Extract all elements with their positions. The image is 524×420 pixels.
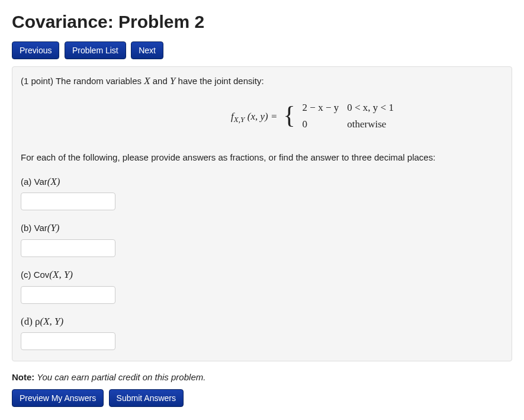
answer-input-c[interactable]	[21, 286, 115, 304]
part-d-text: (d) ρ	[21, 316, 40, 327]
eq-case1-expr: 2 − x − y	[303, 102, 339, 113]
problem-intro: (1 point) The random variables X and Y h…	[21, 74, 503, 89]
intro-text-2: and	[150, 76, 170, 86]
previous-button[interactable]: Previous	[12, 41, 59, 59]
eq-case1-cond: 0 < x, y < 1	[347, 102, 394, 113]
submit-answers-button[interactable]: Submit Answers	[109, 389, 184, 407]
part-a-text: (a) Var	[21, 177, 47, 187]
answer-input-b[interactable]	[21, 239, 115, 257]
nav-row: Previous Problem List Next	[12, 41, 512, 59]
preview-answers-button[interactable]: Preview My Answers	[12, 389, 104, 407]
part-d-label: (d) ρ(X, Y)	[21, 315, 503, 329]
part-c-arg: (X, Y)	[49, 269, 73, 280]
answer-input-a[interactable]	[21, 193, 115, 210]
note-prefix: Note:	[12, 372, 34, 382]
eq-subscript: X,Y	[234, 115, 245, 124]
note-row: Note: You can earn partial credit on thi…	[12, 372, 512, 382]
next-button[interactable]: Next	[131, 41, 163, 59]
density-equation: fX,Y (x, y) = { 2 − x − y 0 < x, y < 1 0…	[21, 100, 503, 133]
eq-case2-cond: otherwise	[347, 118, 386, 130]
variable-x: X	[144, 75, 150, 86]
part-b-label: (b) Var(Y)	[21, 221, 503, 236]
part-a-label: (a) Var(X)	[21, 175, 503, 190]
page-title: Covariance: Problem 2	[12, 12, 512, 32]
intro-text-1: The random variables	[56, 76, 144, 86]
eq-args: (x, y) =	[247, 111, 278, 122]
part-a-arg: (X)	[47, 176, 60, 187]
answer-input-d[interactable]	[21, 332, 115, 350]
note-text: You can earn partial credit on this prob…	[34, 372, 205, 382]
intro-text-3: have the joint density:	[175, 76, 263, 86]
part-b-arg: (Y)	[47, 222, 60, 233]
submit-row: Preview My Answers Submit Answers	[12, 389, 512, 407]
part-b-text: (b) Var	[21, 223, 47, 233]
eq-case2-expr: 0	[303, 118, 308, 130]
points-label: (1 point)	[21, 76, 56, 86]
variable-y: Y	[170, 75, 175, 86]
problem-box: (1 point) The random variables X and Y h…	[12, 66, 512, 361]
part-d-arg: (X, Y)	[40, 316, 64, 327]
part-c-label: (c) Cov(X, Y)	[21, 268, 503, 283]
eq-args-text: (x, y) =	[247, 111, 278, 122]
problem-list-button[interactable]: Problem List	[65, 41, 126, 59]
instruction-text: For each of the following, please provid…	[21, 151, 503, 164]
part-c-text: (c) Cov	[21, 270, 49, 280]
